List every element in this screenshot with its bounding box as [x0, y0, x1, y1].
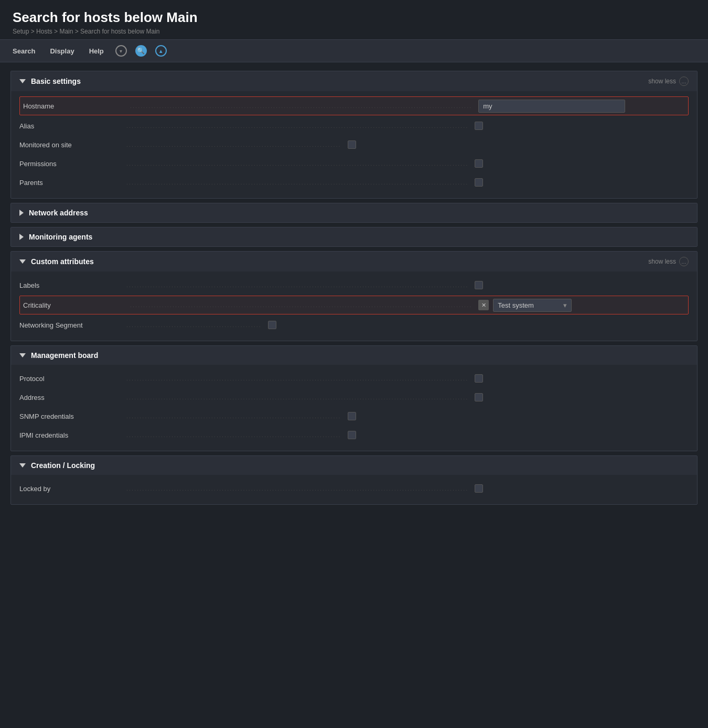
snmp-credentials-control: [348, 412, 356, 420]
protocol-checkbox[interactable]: [475, 374, 483, 383]
field-row-alias: Alias ..................................…: [19, 116, 689, 135]
alias-checkbox[interactable]: [475, 122, 483, 130]
field-label-snmp-credentials: SNMP credentials: [19, 412, 124, 420]
section-header-network-address[interactable]: Network address: [11, 203, 697, 222]
field-label-hostname: Hostname: [23, 102, 128, 110]
section-title-creation-locking: Creation / Locking: [31, 461, 95, 470]
dots-criticality: ........................................…: [130, 302, 472, 308]
section-title-monitoring-agents: Monitoring agents: [29, 233, 92, 241]
address-control: [475, 393, 483, 401]
section-header-left-mgmt: Management board: [19, 351, 98, 360]
dots-labels: ........................................…: [126, 282, 468, 288]
show-less-custom-attributes[interactable]: show less …: [648, 257, 689, 266]
field-row-address: Address ................................…: [19, 388, 689, 407]
section-basic-settings: Basic settings show less … Hostname ....…: [10, 71, 698, 199]
dropdown-toggle-button[interactable]: ▾: [112, 43, 130, 59]
monitored-on-site-checkbox[interactable]: [348, 140, 356, 149]
chevron-down-icon: ▾: [115, 45, 127, 57]
expand-icon-network-address: [19, 210, 24, 216]
criticality-value: Test system: [498, 301, 534, 309]
address-checkbox[interactable]: [475, 393, 483, 401]
help-button[interactable]: Help: [83, 44, 110, 58]
field-row-locked-by: Locked by ..............................…: [19, 479, 689, 498]
section-creation-locking: Creation / Locking Locked by ...........…: [10, 455, 698, 505]
field-row-networking-segment: Networking Segment .....................…: [19, 316, 689, 334]
breadcrumb: Setup > Hosts > Main > Search for hosts …: [13, 28, 695, 35]
section-management-board: Management board Protocol ..............…: [10, 345, 698, 451]
more-options-icon: …: [679, 77, 689, 86]
field-label-labels: Labels: [19, 281, 124, 289]
section-header-custom-attributes[interactable]: Custom attributes show less …: [11, 252, 697, 271]
field-label-alias: Alias: [19, 122, 124, 130]
search-icon: 🔍: [135, 45, 147, 57]
collapse-icon-management-board: [19, 353, 26, 357]
field-row-hostname: Hostname ...............................…: [19, 96, 689, 115]
section-network-address: Network address: [10, 203, 698, 223]
dots-monitored-on-site: ........................................…: [126, 142, 341, 148]
parents-checkbox[interactable]: [475, 178, 483, 187]
monitored-on-site-control: [348, 140, 356, 149]
hostname-control: [478, 100, 625, 113]
field-label-permissions: Permissions: [19, 160, 124, 168]
section-header-monitoring-agents[interactable]: Monitoring agents: [11, 227, 697, 246]
alias-control: [475, 122, 483, 130]
page-title: Search for hosts below Main: [13, 9, 695, 26]
ipmi-credentials-checkbox[interactable]: [348, 431, 356, 439]
section-header-basic-settings[interactable]: Basic settings show less …: [11, 71, 697, 91]
dots-locked-by: ........................................…: [126, 485, 468, 492]
dots-parents: ........................................…: [126, 179, 468, 186]
networking-segment-checkbox[interactable]: [268, 321, 276, 329]
section-monitoring-agents: Monitoring agents: [10, 227, 698, 247]
field-label-address: Address: [19, 394, 124, 401]
permissions-checkbox[interactable]: [475, 159, 483, 168]
labels-checkbox[interactable]: [475, 281, 483, 289]
section-header-left-custom: Custom attributes: [19, 257, 94, 266]
field-label-protocol: Protocol: [19, 375, 124, 383]
collapse-icon-custom-attributes: [19, 259, 26, 264]
section-title-custom-attributes: Custom attributes: [31, 257, 94, 266]
toolbar: Search Display Help ▾ 🔍 ▲: [0, 39, 708, 62]
criticality-control: ✕ Test system ▾: [478, 299, 572, 312]
networking-segment-control: [268, 321, 276, 329]
section-header-left: Basic settings: [19, 77, 81, 85]
search-icon-button[interactable]: 🔍: [132, 43, 150, 59]
section-header-management-board[interactable]: Management board: [11, 346, 697, 365]
dots-address: ........................................…: [126, 394, 468, 400]
field-row-parents: Parents ................................…: [19, 173, 689, 192]
criticality-clear-button[interactable]: ✕: [478, 300, 489, 310]
field-row-monitored-on-site: Monitored on site ......................…: [19, 135, 689, 154]
section-body-management-board: Protocol ...............................…: [11, 365, 697, 451]
upload-button[interactable]: ▲: [152, 43, 170, 59]
dots-hostname: ........................................…: [130, 103, 472, 109]
section-body-creation-locking: Locked by ..............................…: [11, 475, 697, 504]
field-row-protocol: Protocol ...............................…: [19, 369, 689, 388]
section-title-network-address: Network address: [29, 209, 88, 217]
main-content: Basic settings show less … Hostname ....…: [0, 62, 708, 517]
dots-ipmi-credentials: ........................................…: [126, 432, 341, 438]
dots-protocol: ........................................…: [126, 375, 468, 382]
more-options-icon-custom: …: [679, 257, 689, 266]
section-body-custom-attributes: Labels .................................…: [11, 271, 697, 341]
dropdown-arrow-icon: ▾: [563, 301, 567, 309]
labels-control: [475, 281, 483, 289]
locked-by-checkbox[interactable]: [475, 484, 483, 493]
section-body-basic-settings: Hostname ...............................…: [11, 91, 697, 198]
collapse-icon-creation-locking: [19, 463, 26, 468]
section-custom-attributes: Custom attributes show less … Labels ...…: [10, 251, 698, 341]
section-title-basic-settings: Basic settings: [31, 77, 81, 85]
section-header-left-creation: Creation / Locking: [19, 461, 95, 470]
field-label-monitored-on-site: Monitored on site: [19, 141, 124, 149]
section-header-creation-locking[interactable]: Creation / Locking: [11, 456, 697, 475]
field-row-permissions: Permissions ............................…: [19, 154, 689, 173]
permissions-control: [475, 159, 483, 168]
field-row-labels: Labels .................................…: [19, 276, 689, 295]
hostname-input[interactable]: [478, 100, 625, 113]
dots-alias: ........................................…: [126, 123, 468, 129]
display-button[interactable]: Display: [44, 44, 80, 58]
show-less-basic-settings[interactable]: show less …: [648, 77, 689, 86]
search-button[interactable]: Search: [6, 44, 41, 58]
snmp-credentials-checkbox[interactable]: [348, 412, 356, 420]
criticality-dropdown[interactable]: Test system ▾: [493, 299, 572, 312]
field-label-parents: Parents: [19, 179, 124, 187]
protocol-control: [475, 374, 483, 383]
